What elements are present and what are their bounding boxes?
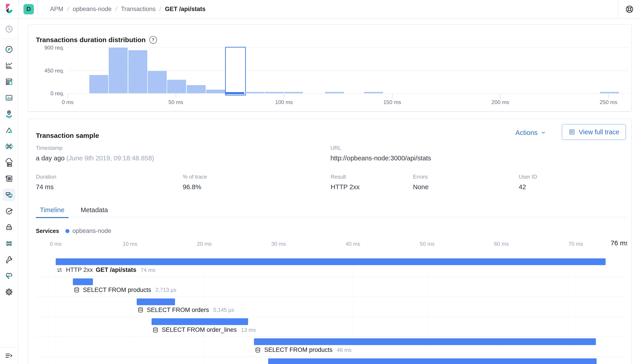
histogram-bar[interactable] [364, 92, 383, 93]
space-badge[interactable]: D [24, 4, 34, 14]
lock-icon [5, 223, 14, 232]
help-icon[interactable]: ? [149, 36, 157, 44]
breadcrumb-separator: / [115, 6, 118, 12]
database-icon [152, 326, 159, 333]
breadcrumb-apm[interactable]: APM [50, 6, 63, 12]
x-axis-label: 0 ms [62, 99, 74, 106]
sidebar-item-monitoring[interactable] [3, 270, 15, 282]
waterfall-item-label[interactable]: SELECT FROM products2,713 µs [73, 286, 176, 294]
sidebar-item-visualize[interactable] [3, 59, 15, 72]
selected-bucket-bar[interactable] [226, 92, 244, 94]
sidebar-item-logs[interactable] [3, 172, 15, 185]
span-bar[interactable] [254, 338, 596, 345]
field-value: http://opbeans-node:3000/api/stats [330, 154, 431, 162]
waterfall-span-row[interactable]: SELECT FROM order_lines13 ms [36, 316, 627, 337]
actions-label: Actions [515, 129, 537, 136]
trace-total-duration-label: 76 ms [610, 239, 627, 247]
tab-timeline[interactable]: Timeline [36, 203, 69, 218]
help-life-buoy-icon[interactable] [625, 4, 634, 14]
sidebar-item-maps[interactable] [3, 108, 15, 120]
x-axis-tick [176, 94, 176, 99]
result-badge: HTTP 2xx [66, 266, 93, 274]
histogram-bar[interactable] [89, 75, 108, 93]
database-icon [73, 286, 80, 293]
wrench-icon [5, 255, 14, 264]
breadcrumb-transactions[interactable]: Transactions [121, 6, 156, 12]
histogram-bar[interactable] [128, 50, 147, 93]
sidebar-item-machine-learning[interactable] [3, 124, 15, 136]
waterfall-axis-label: 40 ms [346, 241, 360, 247]
histogram-bar[interactable] [325, 92, 344, 93]
histogram-bar[interactable] [600, 92, 619, 93]
x-axis-label: 100 ms [275, 99, 293, 106]
gear-icon [5, 288, 14, 296]
waterfall-transaction-row[interactable]: HTTP 2xxGET /api/stats74 ms [36, 256, 627, 277]
field-label: URL [330, 145, 431, 151]
canvas-icon [5, 93, 14, 102]
sidebar-divider [0, 39, 18, 39]
top-navigation-bar: D APM/opbeans-node/Transactions/GET /api… [0, 0, 641, 18]
field-value: a day ago (June 9th 2019, 09:18:48.658) [36, 154, 154, 162]
waterfall-item-label[interactable]: SELECT FROM products46 ms [254, 346, 351, 354]
map-pin-layers-icon [5, 110, 14, 118]
transaction-bar[interactable] [56, 258, 606, 265]
selected-bucket-outline[interactable] [225, 47, 246, 96]
breadcrumb-separator: / [67, 6, 70, 12]
sidebar-item-canvas[interactable] [3, 92, 15, 104]
tab-metadata[interactable]: Metadata [77, 203, 112, 218]
histogram-bar[interactable] [206, 90, 225, 93]
span-bar[interactable] [137, 298, 175, 305]
waterfall-span-row[interactable]: SELECT FROM orders5,145 µs [36, 297, 627, 317]
sidebar-item-dev-tools[interactable] [3, 253, 15, 266]
sidebar-item-management[interactable] [3, 286, 15, 298]
chevron-down-icon [541, 130, 546, 135]
histogram-bar[interactable] [187, 85, 206, 93]
collapse-menu-icon[interactable] [5, 351, 14, 360]
histogram-bar[interactable] [167, 80, 186, 93]
span-bar[interactable] [73, 278, 93, 285]
metric-label: % of trace [183, 174, 207, 180]
span-bar[interactable] [152, 318, 248, 325]
item-name: SELECT FROM products [264, 346, 332, 354]
view-full-trace-button[interactable]: View full trace [562, 124, 626, 140]
span-bar[interactable] [268, 358, 596, 364]
sidebar-item-infrastructure[interactable] [3, 156, 15, 169]
sample-tabs: TimelineMetadata [36, 203, 112, 217]
sidebar-item-apm[interactable] [3, 188, 15, 201]
histogram-bar[interactable] [109, 48, 128, 93]
transaction-sample-panel: Transaction sample Actions View full tra… [28, 119, 631, 364]
waterfall-item-label[interactable]: SELECT FROM order_lines13 ms [152, 326, 256, 333]
sidebar-item-recently-viewed[interactable] [3, 23, 15, 35]
waterfall-axis-label: 30 ms [271, 241, 286, 247]
sidebar-item-code[interactable] [3, 237, 15, 250]
histogram-bar[interactable] [284, 92, 303, 93]
metric-value: 42 [519, 183, 537, 191]
waterfall-span-row[interactable]: SELECT FROM products2,713 µs [36, 276, 627, 297]
sidebar-item-dashboard[interactable] [3, 76, 15, 88]
breadcrumb-opbeans-node[interactable]: opbeans-node [73, 6, 112, 12]
graph-nodes-icon [5, 142, 14, 151]
sidebar-item-siem[interactable] [3, 221, 15, 234]
field-url: URLhttp://opbeans-node:3000/api/stats [330, 145, 431, 162]
waterfall-axis-label: 20 ms [197, 241, 211, 247]
share-nodes-icon [5, 239, 14, 248]
sidebar-item-discover[interactable] [3, 43, 15, 56]
waterfall-item-label[interactable]: SELECT FROM orders5,145 µs [137, 306, 234, 314]
sidebar-item-graph[interactable] [3, 140, 15, 153]
sidebar-item-uptime[interactable] [3, 205, 15, 217]
histogram-bar[interactable] [265, 92, 284, 93]
duration-distribution-panel: Transactions duration distribution ? 900… [28, 24, 631, 112]
waterfall-axis-label: 50 ms [420, 241, 435, 247]
bar-chart-icon [5, 61, 14, 70]
histogram-bar[interactable] [148, 71, 167, 93]
actions-menu-button[interactable]: Actions [515, 129, 546, 136]
service-color-dot [65, 229, 70, 233]
histogram-bar[interactable] [245, 92, 264, 93]
waterfall-span-row[interactable]: SELECT FROM products46 ms [36, 336, 627, 357]
sidebar-bottom [0, 347, 18, 364]
waterfall-span-row[interactable] [36, 356, 627, 364]
waterfall-axis-label: 70 ms [568, 241, 583, 247]
waterfall-item-label[interactable]: HTTP 2xxGET /api/stats74 ms [56, 266, 155, 274]
document-lines-icon [568, 128, 576, 136]
compass-icon [5, 45, 14, 54]
